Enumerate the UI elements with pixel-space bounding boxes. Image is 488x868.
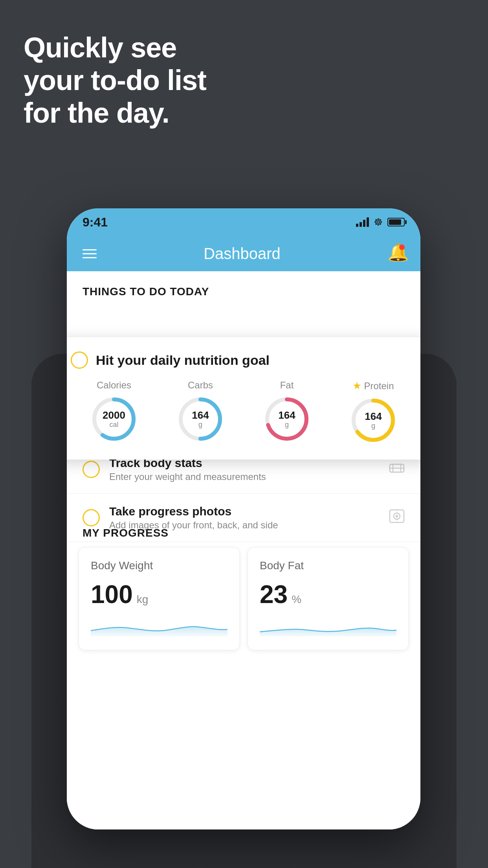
metric-protein: ★ Protein 164 g [350, 380, 397, 444]
fat-label: Fat [280, 380, 294, 391]
status-time: 9:41 [83, 215, 108, 230]
fat-value: 164 g [278, 410, 295, 428]
calories-value: 2000 cal [103, 410, 125, 428]
star-icon: ★ [352, 380, 361, 392]
protein-label: Protein [364, 381, 394, 392]
body-fat-unit: % [292, 593, 301, 606]
status-icons: ☸ [356, 216, 405, 228]
card-title-row: Hit your daily nutrition goal [71, 351, 416, 369]
body-weight-value: 100 [91, 580, 133, 609]
bell-icon-wrap[interactable]: 🔔 [387, 244, 405, 263]
metric-carbs: Carbs 164 g [177, 380, 224, 443]
headline-line2: your to-do list [24, 64, 206, 97]
notification-dot [399, 245, 405, 250]
body-fat-value-row: 23 % [260, 580, 396, 609]
bell-icon: 🔔 [387, 243, 409, 262]
body-fat-value: 23 [260, 580, 288, 609]
nav-bar: Dashboard 🔔 [67, 236, 420, 271]
hamburger-icon[interactable] [83, 249, 97, 258]
progress-photos-title: Take progress photos [109, 505, 380, 518]
progress-section: MY PROGRESS Body Weight 100 kg [67, 519, 420, 650]
signal-icon [356, 217, 369, 227]
body-stats-subtitle: Enter your weight and measurements [109, 471, 380, 482]
section-header: THINGS TO DO TODAY [67, 271, 420, 306]
body-weight-card[interactable]: Body Weight 100 kg [79, 547, 240, 650]
nav-title: Dashboard [204, 245, 281, 263]
nutrition-metrics: Calories 2000 cal [71, 380, 416, 444]
phone-shell: 9:41 ☸ Dashboard 🔔 [67, 208, 420, 829]
wifi-icon: ☸ [374, 216, 383, 228]
protein-value: 164 g [365, 411, 382, 430]
nutrition-goal-circle[interactable] [71, 351, 88, 369]
carbs-value: 164 g [192, 410, 209, 428]
body-weight-chart [91, 617, 227, 636]
body-stats-icon [389, 461, 405, 478]
carbs-label: Carbs [188, 380, 213, 391]
body-fat-title: Body Fat [260, 559, 396, 572]
calories-donut: 2000 cal [90, 395, 138, 443]
body-weight-title: Body Weight [91, 559, 227, 572]
headline-line3: for the day. [24, 97, 206, 129]
body-fat-card[interactable]: Body Fat 23 % [248, 547, 409, 650]
carbs-donut: 164 g [177, 395, 224, 443]
fat-donut: 164 g [263, 395, 310, 443]
metric-fat: Fat 164 g [263, 380, 310, 443]
body-stats-circle [83, 461, 100, 478]
nutrition-card-title: Hit your daily nutrition goal [96, 353, 270, 368]
metric-calories: Calories 2000 cal [90, 380, 138, 443]
nutrition-card: Hit your daily nutrition goal Calories [67, 337, 420, 460]
battery-icon [387, 218, 405, 226]
body-weight-unit: kg [137, 593, 149, 606]
body-weight-value-row: 100 kg [91, 580, 227, 609]
status-bar: 9:41 ☸ [67, 208, 420, 236]
app-content: THINGS TO DO TODAY Hit your daily nutrit… [67, 271, 420, 829]
background: Quickly see your to-do list for the day.… [0, 0, 488, 868]
progress-header: MY PROGRESS [75, 519, 413, 547]
protein-donut: 164 g [350, 397, 397, 444]
calories-label: Calories [97, 380, 131, 391]
protein-label-row: ★ Protein [352, 380, 394, 392]
headline-line1: Quickly see [24, 31, 206, 64]
body-fat-chart [260, 617, 396, 636]
bg-headline: Quickly see your to-do list for the day. [24, 31, 206, 129]
progress-cards: Body Weight 100 kg [75, 547, 413, 650]
body-stats-text: Track body stats Enter your weight and m… [109, 456, 380, 482]
